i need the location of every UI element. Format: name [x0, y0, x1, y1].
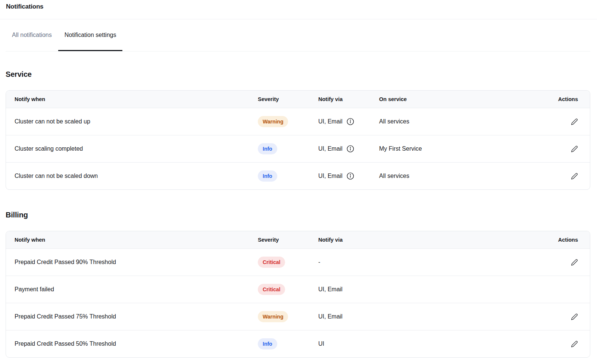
table-row-prepaid-credit-passed-50-threshold: Prepaid Credit Passed 50% ThresholdInfoU…: [6, 330, 590, 357]
notify-when-cell: Prepaid Credit Passed 50% Threshold: [15, 341, 116, 347]
info-circle-icon: [346, 145, 354, 153]
on-service-cell: All services: [379, 118, 409, 125]
notify-via-cell: UI, Email: [318, 173, 343, 179]
notify-when-cell: Cluster scaling completed: [15, 145, 83, 152]
notify-when-cell: Prepaid Credit Passed 90% Threshold: [15, 259, 116, 266]
notify-via-cell: UI, Email: [318, 313, 343, 320]
notify-via-cell: UI, Email: [318, 118, 343, 125]
column-header-notify-when: Notify when: [6, 96, 258, 102]
edit-notification-button[interactable]: [571, 118, 578, 125]
column-header-severity: Severity: [258, 96, 318, 102]
notify-when-cell: Payment failed: [15, 286, 54, 293]
notify-via-cell: UI: [318, 341, 324, 347]
column-header-notify-via: Notify via: [318, 237, 534, 243]
settings-sections: ServiceNotify whenSeverityNotify viaOn s…: [6, 69, 590, 358]
table-row-prepaid-credit-passed-90-threshold: Prepaid Credit Passed 90% ThresholdCriti…: [6, 248, 590, 276]
on-service-cell: All services: [379, 173, 409, 179]
notify-when-cell: Prepaid Credit Passed 75% Threshold: [15, 313, 116, 320]
table-row-payment-failed: Payment failedCriticalUI, Email: [6, 276, 590, 303]
on-service-cell: My First Service: [379, 145, 422, 152]
edit-notification-button[interactable]: [571, 145, 578, 153]
pencil-icon: [571, 173, 578, 180]
section-billing: BillingNotify whenSeverityNotify viaActi…: [6, 210, 590, 358]
notify-via-info-button[interactable]: [346, 145, 354, 153]
edit-notification-button[interactable]: [571, 313, 578, 320]
severity-badge-info: Info: [258, 143, 277, 154]
edit-notification-button[interactable]: [571, 341, 578, 348]
section-heading-billing: Billing: [6, 210, 590, 220]
edit-notification-button[interactable]: [571, 173, 578, 180]
table-row-cluster-scaling-completed: Cluster scaling completedInfoUI, EmailMy…: [6, 135, 590, 162]
severity-badge-info: Info: [258, 338, 277, 349]
table-header-row: Notify whenSeverityNotify viaOn serviceA…: [6, 91, 590, 108]
service-notifications-table: Notify whenSeverityNotify viaOn serviceA…: [6, 90, 590, 190]
page-title: Notifications: [6, 3, 597, 11]
notify-via-info-button[interactable]: [346, 172, 354, 180]
notify-when-cell: Cluster can not be scaled down: [15, 173, 98, 179]
section-service: ServiceNotify whenSeverityNotify viaOn s…: [6, 69, 590, 190]
pencil-icon: [571, 145, 578, 153]
column-header-on-service: On service: [379, 96, 534, 102]
severity-badge-critical: Critical: [258, 257, 285, 268]
table-row-cluster-can-not-be-scaled-up: Cluster can not be scaled upWarningUI, E…: [6, 108, 590, 135]
page-header: Notifications: [0, 0, 597, 19]
column-header-notify-via: Notify via: [318, 96, 379, 102]
severity-badge-info: Info: [258, 170, 277, 182]
notify-via-cell: UI, Email: [318, 286, 343, 293]
tab-bar: All notificationsNotification settings: [6, 19, 590, 51]
info-circle-icon: [346, 117, 354, 126]
table-header-row: Notify whenSeverityNotify viaActions: [6, 231, 590, 248]
notifications-page: Notifications All notificationsNotificat…: [0, 0, 597, 358]
column-header-severity: Severity: [258, 237, 318, 243]
pencil-icon: [571, 313, 578, 320]
notify-via-cell: UI, Email: [318, 145, 343, 152]
section-heading-service: Service: [6, 69, 590, 79]
notify-via-cell: -: [318, 259, 320, 266]
tab-all-notifications[interactable]: All notifications: [6, 19, 58, 51]
table-row-cluster-can-not-be-scaled-down: Cluster can not be scaled downInfoUI, Em…: [6, 162, 590, 189]
severity-badge-warning: Warning: [258, 116, 288, 127]
info-circle-icon: [346, 172, 354, 180]
notify-via-info-button[interactable]: [346, 117, 354, 126]
column-header-notify-when: Notify when: [6, 237, 258, 243]
column-header-actions: Actions: [534, 237, 590, 243]
pencil-icon: [571, 118, 578, 125]
pencil-icon: [571, 341, 578, 348]
severity-badge-critical: Critical: [258, 284, 285, 295]
table-row-prepaid-credit-passed-75-threshold: Prepaid Credit Passed 75% ThresholdWarni…: [6, 303, 590, 330]
column-header-actions: Actions: [534, 96, 590, 102]
edit-notification-button[interactable]: [571, 259, 578, 266]
content: All notificationsNotification settings S…: [0, 19, 590, 358]
billing-notifications-table: Notify whenSeverityNotify viaActionsPrep…: [6, 231, 590, 358]
severity-badge-warning: Warning: [258, 311, 288, 322]
pencil-icon: [571, 259, 578, 266]
notify-when-cell: Cluster can not be scaled up: [15, 118, 90, 125]
tab-notification-settings[interactable]: Notification settings: [58, 19, 123, 51]
